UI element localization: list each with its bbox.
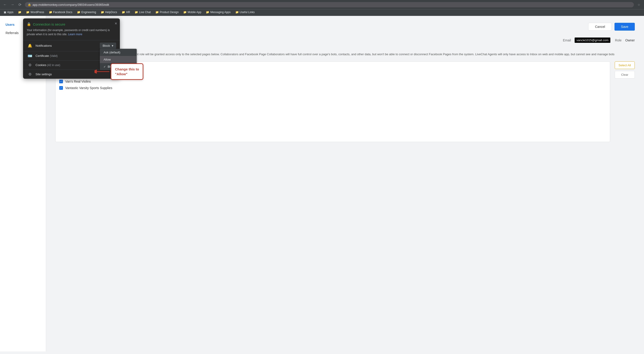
bookmark-facebook-docs[interactable]: 📁 Facebook Docs xyxy=(47,10,74,14)
star-button[interactable]: ☆ xyxy=(636,1,642,8)
close-button[interactable]: × xyxy=(114,21,117,26)
folder-icon-live-chat: 📁 xyxy=(134,10,138,14)
folder-icon-helpdocs: 📁 xyxy=(101,10,104,14)
folder-icon-engineering: 📁 xyxy=(77,10,80,14)
pages-actions: Select All Clear xyxy=(615,61,635,142)
popup-header: 🔒 Connection is secure Your information … xyxy=(23,18,120,36)
role-value: Owner xyxy=(625,38,635,42)
dropdown-option-ask[interactable]: Ask (default) xyxy=(100,49,137,56)
notifications-row: 🔔 Notifications Block ▾ Ask (default) Al… xyxy=(23,40,120,51)
browser-toolbar: ← → ⟳ 🔒 app.mobilemonkey.com/company/390… xyxy=(0,0,644,9)
bookmark-folder-icon-apps: 📁 xyxy=(16,10,23,14)
cookies-icon: ⚙ xyxy=(27,63,33,67)
site-settings-icon: ⚙ xyxy=(27,72,33,76)
apps-bookmark[interactable]: ▣ Apps xyxy=(2,10,15,14)
user-form-row: Email vancle1015@gmail.com Role Owner xyxy=(55,37,635,43)
action-row: Cancel Save xyxy=(55,23,635,31)
url-text: app.mobilemonkey.com/company/39034/users… xyxy=(32,3,631,6)
folder-icon-product-design: 📁 xyxy=(155,10,159,14)
cookies-sub: (42 in use) xyxy=(47,63,60,67)
learn-more-link[interactable]: Learn more xyxy=(68,33,82,36)
section-title: FACEBOOK PAGES xyxy=(55,46,635,49)
page-name-vans-violins: Van's Real Violins xyxy=(65,80,91,83)
dropdown-option-allow-label: Allow xyxy=(104,58,111,61)
notifications-label: Notifications xyxy=(36,44,100,47)
dropdown-current-value: Block xyxy=(102,44,110,47)
bookmark-helpdocs[interactable]: 📁 HelpDocs xyxy=(99,10,119,14)
bookmark-engineering[interactable]: 📁 Engineering xyxy=(75,10,98,14)
bookmark-hr[interactable]: 📁 HR xyxy=(120,10,132,14)
folder-icon-messaging-apps: 📁 xyxy=(206,10,209,14)
lock-icon: 🔒 xyxy=(28,3,31,6)
bookmark-useful-links[interactable]: 📁 Useful Links xyxy=(234,10,256,14)
folder-icon-facebook-docs: 📁 xyxy=(49,10,52,14)
page-checkbox-vantastic[interactable] xyxy=(59,86,63,90)
connection-title: 🔒 Connection is secure xyxy=(27,22,116,26)
annotation: Change this to "Allow" xyxy=(94,63,143,80)
page-name-vantastic: Vantastic Varsity Sports Supplies xyxy=(65,86,112,90)
role-field: Role Owner xyxy=(615,38,635,42)
email-field: Email vancle1015@gmail.com xyxy=(563,37,610,43)
bookmark-wordpress[interactable]: 📁 WordPress xyxy=(24,10,46,14)
section-description: A user with the Facebook Page Collaborat… xyxy=(55,52,635,57)
dropdown-option-ask-label: Ask (default) xyxy=(104,51,120,54)
connection-desc: Your information (for example, passwords… xyxy=(27,28,116,36)
certificate-icon: 🪪 xyxy=(27,54,33,58)
notifications-icon: 🔔 xyxy=(27,43,33,48)
apps-grid-icon: ▣ xyxy=(4,10,6,14)
bookmark-mobile-app[interactable]: 📁 Mobile App xyxy=(182,10,203,14)
clear-button[interactable]: Clear xyxy=(615,71,635,78)
select-all-button[interactable]: Select All xyxy=(615,61,635,69)
email-label: Email xyxy=(563,38,571,42)
folder-icon-wordpress: 📁 xyxy=(26,10,30,14)
chevron-down-icon: ▾ xyxy=(112,44,114,47)
page-checkbox-vans-violins[interactable] xyxy=(59,80,63,83)
apps-label: Apps xyxy=(7,10,13,14)
annotation-arrow-svg xyxy=(94,67,111,76)
role-label: Role xyxy=(615,38,622,42)
dropdown-option-allow[interactable]: Allow xyxy=(100,56,137,63)
cancel-button[interactable]: Cancel xyxy=(588,23,612,31)
bookmark-live-chat[interactable]: 📁 Live Chat xyxy=(133,10,152,14)
notifications-dropdown: Block ▾ Ask (default) Allow ✓ Block xyxy=(100,43,116,49)
dropdown-trigger[interactable]: Block ▾ xyxy=(100,43,116,49)
bookmarks-bar: ▣ Apps 📁 📁 WordPress 📁 Facebook Docs 📁 E… xyxy=(0,9,644,16)
address-bar[interactable]: 🔒 app.mobilemonkey.com/company/39034/use… xyxy=(25,2,634,7)
forward-button[interactable]: → xyxy=(9,1,16,8)
bookmark-messaging-apps[interactable]: 📁 Messaging Apps xyxy=(204,10,232,14)
reload-button[interactable]: ⟳ xyxy=(16,1,23,8)
list-item: Vantastic Varsity Sports Supplies xyxy=(59,85,606,91)
folder-icon-hr: 📁 xyxy=(122,10,125,14)
lock-green-icon: 🔒 xyxy=(27,22,31,26)
folder-icon-mobile-app: 📁 xyxy=(183,10,187,14)
back-button[interactable]: ← xyxy=(2,1,8,8)
folder-icon-useful-links: 📁 xyxy=(235,10,239,14)
annotation-bubble: Change this to "Allow" xyxy=(111,63,143,80)
email-value: vancle1015@gmail.com xyxy=(574,37,610,43)
nav-buttons: ← → ⟳ xyxy=(2,1,23,8)
certificate-sub: (Valid) xyxy=(50,54,58,57)
save-button[interactable]: Save xyxy=(614,23,635,31)
bookmark-product-design[interactable]: 📁 Product Design xyxy=(154,10,180,14)
